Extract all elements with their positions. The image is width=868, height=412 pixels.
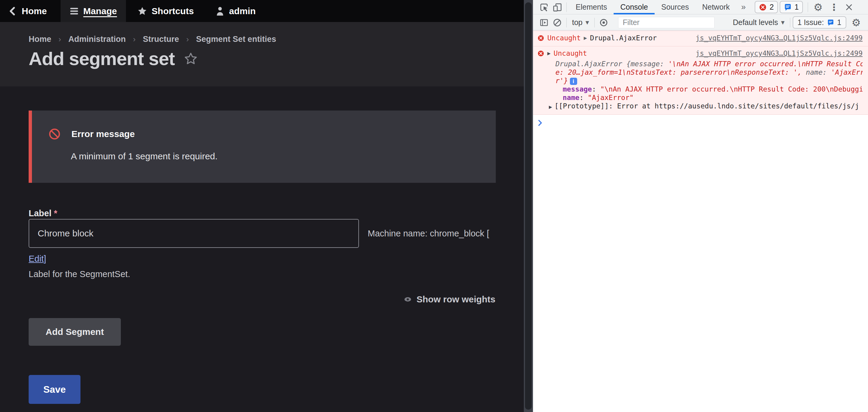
divider [808,2,808,12]
source-link[interactable]: js_vqEYHTmT_oycy4NG3…QL1jSz5Vqlc.js:2499 [687,33,863,42]
label-field-label: Label* [29,208,57,218]
save-button[interactable]: Save [29,375,81,404]
label-field-description: Label for the SegmentSet. [29,269,130,279]
issues-counter[interactable]: 1 Issue: 1 [793,16,846,29]
show-row-weights-link[interactable]: Show row weights [403,294,495,305]
property-key: message [563,85,592,93]
tab-elements[interactable]: Elements [569,0,614,14]
context-label: top [572,18,583,27]
console-settings-gear-icon[interactable]: ⚙ [849,16,864,29]
console-prompt[interactable] [533,115,868,131]
favorite-star-icon[interactable] [184,52,198,66]
label-input[interactable] [29,219,359,248]
page-title: Add segment set [29,48,175,69]
error-circle-icon [537,35,544,44]
console-error-row: Uncaught ▶ Drupal.AjaxError js_vqEYHTmT_… [533,31,868,46]
console-error-row-expanded: ▶ Uncaught js_vqEYHTmT_oycy4NG3…QL1jSz5V… [533,46,868,115]
console-sidebar-toggle-icon[interactable] [537,15,551,30]
object-string: '\nAn AJAX HTTP error occurred.\nHTTP Re… [668,60,863,68]
object-class: Drupal.AjaxError { [555,60,630,68]
issues-counter-count: 1 [837,18,841,27]
error-message-title: Error message [71,129,135,139]
source-link[interactable]: js_vqEYHTmT_oycy4NG3…QL1jSz5Vqlc.js:2499 [687,49,863,58]
breadcrumb-separator: › [186,35,189,44]
object-string: r'} [555,77,568,84]
tab-sources[interactable]: Sources [655,0,695,14]
breadcrumb-segment-set-entities[interactable]: Segment Set entities [196,35,276,44]
uncaught-label: Uncaught [554,49,587,58]
issues-bubble-icon [827,19,834,26]
toolbar-item-manage-label: Manage [83,6,117,16]
object-string: e: 20…jax_form=1\nStatusText: parsererro… [555,68,806,76]
settings-gear-icon[interactable]: ⚙ [810,1,826,13]
page-scrollbar[interactable] [524,0,533,412]
expand-triangle-icon[interactable]: ▶ [549,104,552,109]
add-segment-button[interactable]: Add Segment [29,318,121,346]
more-tabs-icon[interactable]: » [736,2,750,12]
console-messages: Uncaught ▶ Drupal.AjaxError js_vqEYHTmT_… [533,31,868,412]
toolbar-item-shortcuts[interactable]: Shortcuts [137,0,194,22]
error-message-box: Error message A minimum of 1 segment is … [29,110,496,183]
property-value: "AjaxError" [588,94,633,102]
page-scrollbar-thumb[interactable] [525,2,532,410]
error-object-detail: Drupal.AjaxError {message: '\nAn AJAX HT… [533,60,868,114]
toolbar-item-admin[interactable]: admin [216,0,255,22]
divider [566,2,567,12]
issues-counter-label: 1 Issue: [798,18,824,27]
chevron-down-icon: ▼ [586,20,589,25]
close-devtools-icon[interactable] [842,0,856,14]
console-filter-input[interactable] [618,17,715,28]
log-levels-selector[interactable]: Default levels ▼ [730,18,787,27]
breadcrumb-administration[interactable]: Administration [68,35,126,44]
toolbar-item-admin-label: admin [229,6,255,16]
issues-count: 1 [795,3,799,11]
live-expression-eye-icon[interactable] [597,15,610,30]
tab-network[interactable]: Network [695,0,737,14]
required-mark: * [54,208,57,218]
prompt-chevron-icon [537,119,543,126]
error-count-badge[interactable]: 2 [755,1,778,13]
drupal-page: Home Manage Shortcuts [0,0,524,412]
breadcrumb: Home › Administration › Structure › Segm… [29,35,276,44]
context-selector[interactable]: top ▼ [569,18,592,27]
toolbar-item-home[interactable]: Home [22,6,47,16]
divider [594,18,595,27]
page-header: Home › Administration › Structure › Segm… [0,22,524,87]
breadcrumb-home[interactable]: Home [29,35,51,44]
property-key: name [563,94,579,102]
eye-icon [403,296,412,303]
edit-link[interactable]: Edit [29,254,44,264]
issues-count-badge[interactable]: 1 [780,1,803,13]
object-key: message: [630,60,668,68]
prototype-value: : Error at https://ausedu.lndo.site/site… [609,102,859,110]
prototype-key: [[Prototype]] [555,102,609,110]
back-to-site-icon[interactable] [8,6,18,16]
show-row-weights-label: Show row weights [416,294,495,305]
error-circle-icon [759,3,767,11]
expand-triangle-icon[interactable]: ▶ [547,49,551,58]
inspect-element-icon[interactable] [537,0,551,14]
object-key: name: [806,68,831,76]
breadcrumb-structure[interactable]: Structure [143,35,179,44]
property-value: "\nAn AJAX HTTP error occurred.\nHTTP Re… [600,85,863,93]
kebab-menu-icon[interactable]: ⋮ [826,2,842,13]
toolbar-item-shortcuts-label: Shortcuts [152,6,194,16]
console-toolbar: top ▼ Default levels ▼ 1 Issue: [533,15,868,30]
label-text: Label [29,208,52,218]
menu-icon [70,7,79,15]
toolbar-item-manage[interactable]: Manage [61,0,126,22]
object-string: 'AjaxErro [831,68,863,76]
star-icon [137,6,147,16]
devtools-tabbar: Elements Console Sources Network » 2 [533,0,868,14]
tab-console[interactable]: Console [614,0,655,14]
property-separator: : [579,94,588,102]
issues-bubble-icon [784,3,792,11]
device-toolbar-icon[interactable] [551,0,564,14]
expand-triangle-icon[interactable]: ▶ [584,33,587,42]
machine-name-edit[interactable]: Edit] [29,254,46,264]
property-separator: : [592,85,600,93]
screen: Home Manage Shortcuts [0,0,868,412]
error-circle-icon [537,50,544,59]
info-icon[interactable]: i [570,78,577,85]
clear-console-icon[interactable] [551,15,564,30]
